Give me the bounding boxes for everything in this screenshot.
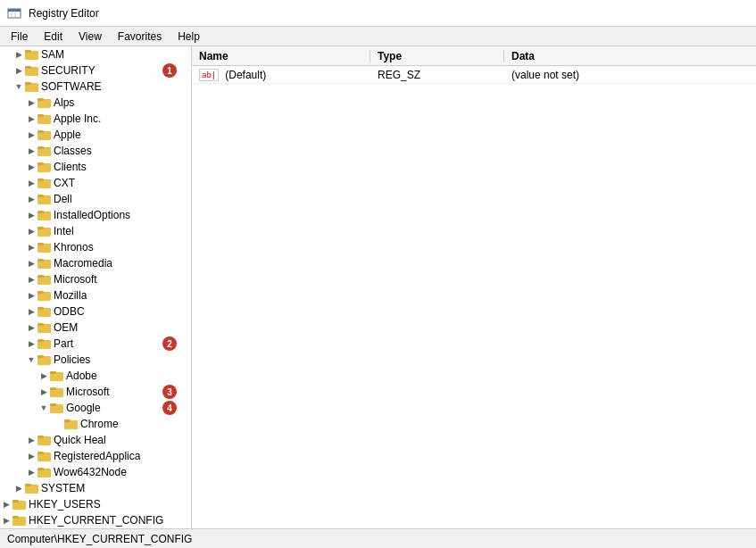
folder-icon — [12, 498, 27, 511]
tree-node-hkey-users[interactable]: ▶ HKEY_USERS — [0, 496, 191, 512]
expand-icon: ▶ — [0, 512, 12, 528]
svg-rect-30 — [37, 243, 44, 245]
tree-node-microsoft[interactable]: ▶ Microsoft — [0, 271, 191, 287]
svg-rect-42 — [37, 339, 44, 342]
expand-icon: ▶ — [25, 303, 37, 320]
right-panel: Name Type Data ab| (Default) REG_SZ (val… — [192, 46, 756, 528]
expand-icon: ▶ — [37, 384, 50, 400]
tree-label: Quick Heal — [54, 434, 106, 446]
tree-node-quickheal[interactable]: ▶ Quick Heal — [0, 432, 191, 448]
tree-node-oem[interactable]: ▶ OEM — [0, 320, 191, 336]
tree-node-clients[interactable]: ▶ Clients — [0, 159, 191, 175]
expand-icon: ▶ — [25, 239, 37, 255]
folder-icon — [37, 193, 52, 205]
menu-favorites[interactable]: Favorites — [111, 29, 169, 45]
folder-icon — [37, 96, 52, 109]
registry-table-header: Name Type Data — [192, 46, 756, 66]
tree-node-odbc[interactable]: ▶ ODBC — [0, 303, 191, 320]
tree-node-apple-inc[interactable]: ▶ Apple Inc. — [0, 111, 191, 127]
registry-editor-icon — [7, 6, 21, 21]
tree-node-part-wrapper: ▶ Part 2 — [0, 336, 191, 352]
folder-icon — [50, 369, 64, 382]
svg-rect-12 — [37, 98, 44, 101]
expand-icon: ▶ — [25, 127, 37, 143]
tree-label: Intel — [54, 225, 74, 237]
folder-icon — [37, 273, 52, 286]
tree-node-policies[interactable]: ▼ Policies — [0, 352, 191, 368]
menu-help[interactable]: Help — [170, 29, 207, 45]
folder-icon — [37, 450, 52, 462]
svg-rect-52 — [64, 419, 71, 422]
tree-node-registeredapplica[interactable]: ▶ RegisteredApplica — [0, 448, 191, 464]
expand-icon: ▶ — [25, 255, 37, 271]
svg-rect-24 — [37, 195, 44, 197]
svg-rect-22 — [37, 179, 44, 181]
tree-label: SYSTEM — [41, 482, 85, 494]
svg-rect-40 — [37, 323, 44, 326]
tree-label: ODBC — [54, 305, 85, 318]
tree-label: Microsoft — [66, 386, 110, 398]
tree-node-macromedia[interactable]: ▶ Macromedia — [0, 255, 191, 271]
tree-node-installedoptions[interactable]: ▶ InstalledOptions — [0, 207, 191, 223]
col-header-data: Data — [504, 50, 756, 62]
expand-icon: ▶ — [25, 432, 37, 448]
tree-node-software[interactable]: ▼ SOFTWARE — [0, 79, 191, 95]
reg-row-data-cell: (value not set) — [504, 69, 756, 81]
folder-icon — [37, 241, 52, 253]
menu-view[interactable]: View — [71, 29, 109, 45]
menu-file[interactable]: File — [4, 29, 35, 45]
tree-label: Khronos — [54, 241, 94, 253]
svg-rect-60 — [25, 484, 31, 486]
reg-row-type-cell: REG_SZ — [370, 69, 504, 81]
tree-label: Part — [54, 337, 73, 350]
expand-icon: ▶ — [25, 223, 37, 239]
tree-label: SAM — [41, 48, 64, 61]
status-bar: Computer\HKEY_CURRENT_CONFIG — [0, 528, 756, 548]
tree-label: HKEY_CURRENT_CONFIG — [29, 514, 163, 527]
tree-label: HKEY_USERS — [29, 498, 101, 511]
tree-node-hkey-current-config[interactable]: ▶ HKEY_CURRENT_CONFIG — [0, 512, 191, 528]
tree-node-adobe[interactable]: ▶ Adobe — [0, 368, 191, 384]
tree-label: Mozilla — [54, 289, 87, 302]
folder-icon — [37, 289, 52, 302]
svg-rect-18 — [37, 146, 44, 149]
folder-icon — [37, 145, 52, 157]
tree-label: Policies — [54, 353, 90, 366]
svg-rect-26 — [37, 211, 44, 213]
svg-rect-16 — [37, 130, 44, 133]
folder-icon — [37, 434, 52, 446]
tree-node-cxt[interactable]: ▶ CXT — [0, 175, 191, 191]
tree-node-intel[interactable]: ▶ Intel — [0, 223, 191, 239]
tree-label: Alps — [54, 96, 74, 109]
expand-icon: ▶ — [25, 271, 37, 287]
tree-node-chrome[interactable]: ▶ Chrome — [0, 416, 191, 432]
tree-node-dell[interactable]: ▶ Dell — [0, 191, 191, 207]
expand-icon: ▶ — [25, 95, 37, 111]
tree-label: Chrome — [80, 418, 119, 430]
expand-icon: ▶ — [25, 159, 37, 175]
folder-icon — [50, 402, 64, 414]
expand-icon: ▶ — [25, 175, 37, 191]
tree-node-microsoft2-wrapper: ▶ Microsoft 3 — [0, 384, 191, 400]
tree-node-system[interactable]: ▶ SYSTEM — [0, 480, 191, 496]
tree-node-alps[interactable]: ▶ Alps — [0, 95, 191, 111]
ab-icon: ab| — [199, 69, 219, 81]
svg-rect-20 — [37, 162, 44, 165]
tree-node-wow6432node[interactable]: ▶ Wow6432Node — [0, 464, 191, 480]
tree-node-classes[interactable]: ▶ Classes — [0, 143, 191, 159]
tree-label: OEM — [54, 321, 78, 334]
svg-rect-36 — [37, 291, 44, 294]
svg-rect-8 — [25, 66, 31, 69]
tree-node-sam[interactable]: ▶ SAM — [0, 46, 191, 62]
tree-label: Macromedia — [54, 257, 112, 270]
tree-panel[interactable]: ▶ SAM ▶ SECURITY 1 ▼ SOFTWARE — [0, 46, 192, 528]
svg-rect-44 — [37, 355, 44, 358]
svg-rect-14 — [37, 114, 44, 117]
menu-edit[interactable]: Edit — [37, 29, 70, 45]
tree-node-mozilla[interactable]: ▶ Mozilla — [0, 287, 191, 303]
tree-node-khronos[interactable]: ▶ Khronos — [0, 239, 191, 255]
registry-row-default[interactable]: ab| (Default) REG_SZ (value not set) — [192, 66, 756, 84]
tree-label: SECURITY — [41, 64, 96, 77]
expand-icon: ▶ — [12, 480, 25, 496]
tree-node-apple[interactable]: ▶ Apple — [0, 127, 191, 143]
